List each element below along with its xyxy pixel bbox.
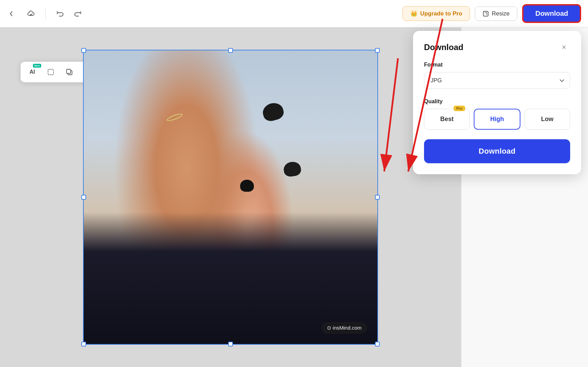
dialog-title: Download [424, 43, 463, 52]
image-background [84, 50, 377, 344]
resize-button[interactable]: Resize [475, 7, 517, 21]
cloud-save-button[interactable] [25, 8, 37, 20]
crown-icon: 👑 [410, 10, 418, 17]
new-badge: New [33, 64, 41, 68]
collapse-button[interactable] [7, 8, 19, 20]
resize-handle-top-right[interactable] [375, 48, 380, 53]
select-tool-button[interactable] [43, 64, 58, 80]
nail-decoration-3 [240, 180, 254, 192]
resize-handle-mid-left[interactable] [81, 195, 86, 200]
resize-handle-top-left[interactable] [81, 48, 86, 53]
redo-button[interactable] [72, 8, 84, 20]
ai-tool-button[interactable]: AI New [25, 64, 40, 80]
copy-button[interactable] [62, 64, 77, 80]
toolbar: 👑 Upgrade to Pro Resize Download [0, 0, 588, 27]
close-dialog-button[interactable]: × [558, 41, 570, 54]
toolbar-divider [45, 8, 46, 20]
canvas-area[interactable]: AI New [0, 27, 461, 367]
svg-rect-3 [67, 69, 71, 73]
download-main-button[interactable]: Download [424, 139, 570, 163]
download-dialog: Download × Format JPG PNG WebP Quality P… [413, 31, 581, 174]
svg-rect-0 [483, 11, 488, 16]
format-select[interactable]: JPG PNG WebP [424, 72, 570, 89]
resize-handle-bottom-mid[interactable] [228, 342, 233, 346]
resize-handle-bottom-right[interactable] [375, 342, 380, 346]
toolbar-left [7, 8, 84, 20]
upgrade-label: Upgrade to Pro [420, 10, 462, 17]
close-icon: × [562, 43, 566, 52]
quality-section: Quality Pro Best High Low [424, 98, 570, 130]
resize-handle-top-mid[interactable] [228, 48, 233, 53]
svg-rect-1 [48, 69, 54, 75]
ai-icon: AI [30, 69, 35, 75]
resize-handle-mid-right[interactable] [375, 195, 380, 200]
image-canvas[interactable]: ⊙ insMind.com [83, 50, 378, 345]
quality-best-button[interactable]: Pro Best [424, 109, 470, 130]
undo-button[interactable] [54, 8, 66, 20]
resize-label: Resize [492, 10, 509, 17]
dialog-header: Download × [424, 41, 570, 54]
quality-options: Pro Best High Low [424, 109, 570, 130]
quality-section-label: Quality [424, 98, 570, 105]
quality-low-button[interactable]: Low [525, 109, 570, 130]
watermark-text: ⊙ insMind.com [327, 325, 362, 331]
watermark: ⊙ insMind.com [321, 322, 367, 334]
format-section-label: Format [424, 62, 570, 68]
resize-handle-bottom-left[interactable] [81, 342, 86, 346]
pro-badge: Pro [454, 106, 465, 111]
download-header-button[interactable]: Download [522, 4, 581, 23]
toolbar-right: 👑 Upgrade to Pro Resize Download [402, 4, 581, 23]
download-header-label: Download [535, 10, 568, 17]
quality-high-button[interactable]: High [474, 109, 520, 130]
download-main-label: Download [479, 147, 516, 155]
upgrade-button[interactable]: 👑 Upgrade to Pro [402, 6, 470, 21]
